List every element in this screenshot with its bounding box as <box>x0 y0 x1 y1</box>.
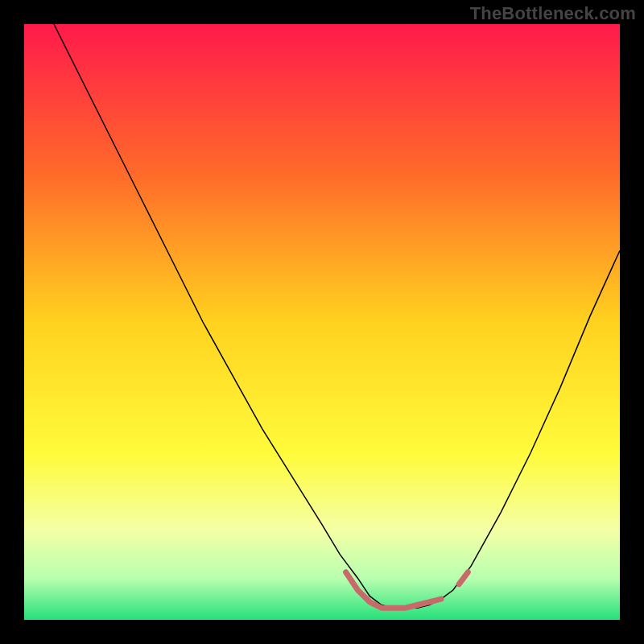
chart-svg <box>24 24 620 620</box>
chart-frame: TheBottleneck.com <box>0 0 644 644</box>
plot-area <box>24 24 620 620</box>
watermark-text: TheBottleneck.com <box>470 3 636 24</box>
gradient-background <box>24 24 620 620</box>
